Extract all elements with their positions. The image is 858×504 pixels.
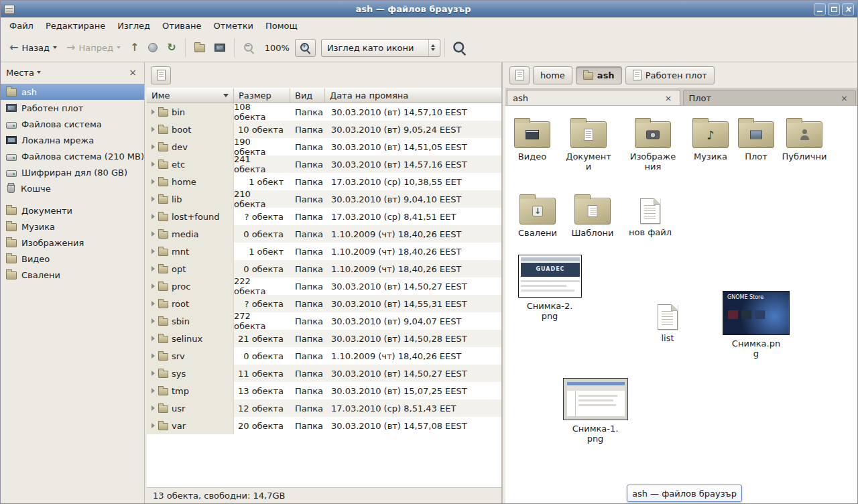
stop-button[interactable] [143, 39, 162, 56]
home-button[interactable] [190, 39, 210, 56]
column-header-size[interactable]: Размер [234, 88, 290, 103]
sidebar-item-pictures[interactable]: Изображения [1, 235, 144, 251]
file-item-list[interactable]: list [642, 300, 693, 343]
icon-view[interactable]: ВидеоДокументиИзображения♪МузикаПлотПубл… [505, 106, 857, 503]
expander-icon[interactable] [151, 179, 155, 184]
file-item-downloads[interactable]: ↓Свалени [512, 193, 563, 238]
close-tab-icon[interactable]: × [663, 93, 674, 103]
sidebar-item-documents[interactable]: Документи [1, 202, 144, 218]
expander-icon[interactable] [151, 127, 155, 132]
up-button[interactable]: ↑ [125, 38, 143, 57]
expander-icon[interactable] [151, 388, 155, 393]
zoom-level[interactable]: 100% [259, 43, 295, 53]
zoom-out-button[interactable]: − [239, 38, 259, 58]
expander-icon[interactable] [151, 249, 155, 254]
expander-icon[interactable] [151, 266, 155, 271]
minimize-button[interactable] [814, 3, 826, 15]
menu-item-edit[interactable]: Редактиране [40, 17, 111, 34]
sidebar-item-ash[interactable]: ash [1, 84, 144, 100]
table-row-opt[interactable]: opt0 обектаПапка1.10.2009 (чт) 18,40,26 … [147, 260, 501, 277]
file-item-videos[interactable]: Видео [507, 117, 558, 162]
close-places-button[interactable]: × [127, 67, 139, 78]
table-row-bin[interactable]: bin108 обектаПапка30.03.2010 (вт) 14,57,… [147, 103, 501, 121]
table-row-boot[interactable]: boot10 обектаПапка30.03.2010 (вт) 9,05,2… [147, 121, 501, 138]
breadcrumb-home[interactable]: home [533, 66, 572, 84]
sidebar-item-filesystem-210[interactable]: Файлова система (210 MB) [1, 148, 144, 164]
view-mode-select[interactable]: Изглед като икони [321, 39, 441, 57]
tab-ash[interactable]: ash× [507, 90, 680, 105]
breadcrumb-desktop[interactable]: Работен плот [625, 66, 715, 84]
sidebar-item-network[interactable]: Локална мрежа [1, 132, 144, 148]
table-row-tmp[interactable]: tmp13 обектаПапка30.03.2010 (вт) 15,07,2… [147, 382, 501, 399]
maximize-button[interactable] [828, 3, 840, 15]
expander-icon[interactable] [151, 336, 155, 341]
expander-icon[interactable] [151, 162, 155, 167]
column-header-type[interactable]: Вид [290, 88, 325, 103]
sidebar-item-downloads[interactable]: Свалени [1, 267, 144, 283]
table-row-sys[interactable]: sys11 обектаПапка30.03.2010 (вт) 14,50,2… [147, 365, 501, 382]
sidebar-item-trash[interactable]: Кошче [1, 180, 144, 196]
tab-plot[interactable]: Плот× [683, 90, 857, 105]
menu-item-file[interactable]: Файл [3, 17, 40, 34]
expander-icon[interactable] [151, 196, 155, 202]
table-row-lost+found[interactable]: lost+found? обектаПапка17.03.2010 (ср) 8… [147, 208, 501, 225]
expander-icon[interactable] [151, 405, 155, 411]
sidebar-item-videos[interactable]: Видео [1, 251, 144, 267]
pane-location-button[interactable] [151, 66, 171, 84]
column-header-name[interactable]: Име [147, 88, 234, 103]
table-row-usr[interactable]: usr12 обектаПапка17.03.2010 (ср) 8,51,43… [147, 399, 501, 417]
file-item-snimka[interactable]: GNOME StoreСнимка.png [721, 291, 791, 359]
file-item-music[interactable]: ♪Музика [685, 117, 736, 162]
breadcrumb-ash[interactable]: ash [576, 66, 622, 84]
sidebar-item-music[interactable]: Музика [1, 218, 144, 235]
file-item-templates[interactable]: Шаблони [567, 193, 618, 238]
zoom-in-button[interactable]: + [295, 39, 316, 57]
table-row-mnt[interactable]: mnt1 обектПапка1.10.2009 (чт) 18,40,26 E… [147, 243, 501, 260]
back-button[interactable]: ← Назад [5, 38, 62, 57]
table-row-proc[interactable]: proc222 обектаПапка30.03.2010 (вт) 14,50… [147, 277, 501, 295]
table-row-lib[interactable]: lib210 обектаПапка30.03.2010 (вт) 9,04,1… [147, 190, 501, 208]
table-row-srv[interactable]: srv0 обектаПапка1.10.2009 (чт) 18,40,26 … [147, 347, 501, 365]
menu-item-bookmarks[interactable]: Отметки [207, 17, 259, 34]
table-row-root[interactable]: root? обектаПапка30.03.2010 (вт) 14,55,3… [147, 295, 501, 312]
expander-icon[interactable] [151, 318, 155, 324]
expander-icon[interactable] [151, 144, 155, 149]
expander-icon[interactable] [151, 231, 155, 237]
places-title[interactable]: Места [6, 68, 34, 78]
menu-item-help[interactable]: Помощ [259, 17, 304, 34]
column-header-date[interactable]: Дата на промяна [325, 88, 501, 103]
reload-button[interactable]: ↻ [162, 38, 180, 57]
expander-icon[interactable] [151, 109, 155, 115]
table-row-selinux[interactable]: selinux21 обектаПапка30.03.2010 (вт) 14,… [147, 330, 501, 347]
table-row-dev[interactable]: dev190 обектаПапка30.03.2010 (вт) 14,51,… [147, 138, 501, 155]
close-button[interactable]: × [842, 3, 854, 15]
table-row-sbin[interactable]: sbin272 обектаПапка30.03.2010 (вт) 9,04,… [147, 312, 501, 330]
file-item-new-file[interactable]: нов файл [625, 194, 676, 237]
forward-button[interactable]: → Напред [62, 38, 125, 57]
expander-icon[interactable] [151, 301, 155, 306]
expander-icon[interactable] [151, 371, 155, 376]
expander-icon[interactable] [151, 284, 155, 289]
file-item-snimka-1[interactable]: Снимка-1.png [560, 378, 630, 444]
close-tab-icon[interactable]: × [839, 93, 850, 103]
expander-icon[interactable] [151, 423, 155, 428]
computer-button[interactable] [210, 40, 230, 56]
menu-item-view[interactable]: Изглед [111, 17, 156, 34]
menu-item-go[interactable]: Отиване [156, 17, 207, 34]
file-item-snimka-2[interactable]: GUADECСнимка-2.png [515, 255, 585, 322]
file-item-documents[interactable]: Документи [563, 117, 614, 172]
table-row-home[interactable]: home1 обектПапка17.03.2010 (ср) 10,38,55… [147, 173, 501, 190]
sidebar-item-filesystem[interactable]: Файлова система [1, 116, 144, 132]
expander-icon[interactable] [151, 353, 155, 359]
table-row-etc[interactable]: etc241 обектаПапка30.03.2010 (вт) 14,57,… [147, 155, 501, 173]
file-item-desktop[interactable]: Плот [731, 117, 782, 162]
titlebar[interactable]: ash — файлов браузър × [1, 1, 857, 17]
table-row-var[interactable]: var20 обектаПапка30.03.2010 (вт) 14,57,0… [147, 417, 501, 434]
expander-icon[interactable] [151, 214, 155, 219]
sidebar-item-desktop[interactable]: Работен плот [1, 100, 144, 116]
file-item-pictures[interactable]: Изображения [627, 117, 678, 172]
file-item-public[interactable]: Публични [779, 117, 830, 162]
pathbar-root-button[interactable] [509, 66, 530, 84]
table-row-media[interactable]: media0 обектаПапка1.10.2009 (чт) 18,40,2… [147, 225, 501, 243]
search-button[interactable] [449, 38, 470, 58]
